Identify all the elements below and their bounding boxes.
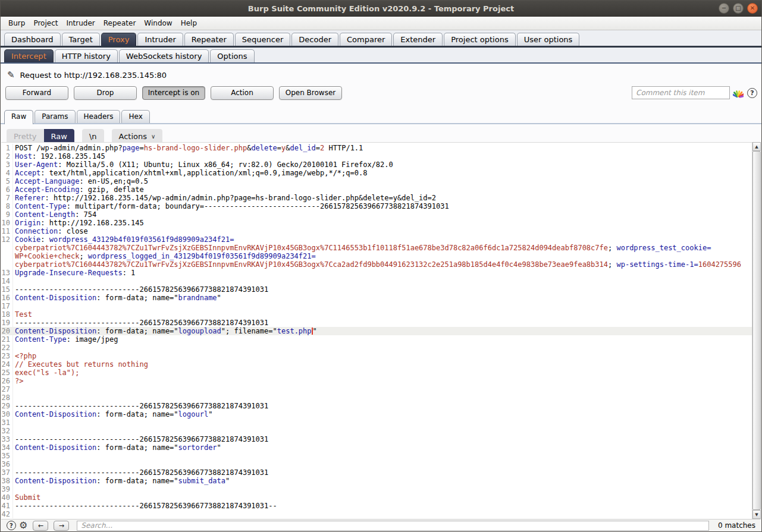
request-line[interactable]: 4Accept: text/html,application/xhtml+xml… [1, 169, 752, 177]
view-tab-raw[interactable]: Raw [4, 110, 33, 124]
request-line[interactable]: cyberpatriot%7C1604443782%7CZu1TwrFvZsjX… [1, 260, 752, 269]
proxy-tab-http-history[interactable]: HTTP history [55, 49, 118, 62]
forward-button[interactable]: Forward [5, 86, 68, 100]
request-line[interactable]: 23<?php [1, 352, 752, 360]
request-line[interactable]: 31 [1, 418, 752, 427]
request-line[interactable]: 7Referer: http://192.168.235.145/wp-admi… [1, 194, 752, 202]
request-line[interactable]: 35 [1, 452, 752, 460]
request-line[interactable]: 34Content-Disposition: form-data; name="… [1, 443, 752, 452]
view-tab-params[interactable]: Params [35, 110, 75, 123]
menu-item-intruder[interactable]: Intruder [62, 19, 99, 27]
help-icon[interactable]: ? [747, 88, 757, 98]
request-line[interactable]: 29-----------------------------266157825… [1, 402, 752, 410]
tab-extender[interactable]: Extender [393, 33, 443, 46]
comment-input[interactable] [632, 86, 730, 99]
proxy-tab-intercept[interactable]: Intercept [4, 49, 54, 62]
menu-item-burp[interactable]: Burp [4, 19, 29, 27]
request-line[interactable]: 15-----------------------------266157825… [1, 285, 752, 294]
gear-icon[interactable]: ⚙ [19, 521, 27, 530]
request-line[interactable]: 22 [1, 344, 752, 352]
request-text-segment: Content-Disposition [15, 477, 96, 485]
tab-intruder[interactable]: Intruder [137, 33, 183, 46]
request-line[interactable]: 1POST /wp-admin/admin.php?page=hs-brand-… [1, 144, 752, 152]
line-number: 10 [1, 219, 13, 227]
request-line[interactable]: 25exec("ls -la"); [1, 369, 752, 377]
drop-button[interactable]: Drop [74, 86, 137, 100]
search-input[interactable] [77, 521, 709, 531]
request-text-segment: : http://192.168.235.145 [40, 219, 143, 227]
tab-target[interactable]: Target [62, 33, 100, 46]
request-line[interactable]: 27 [1, 385, 752, 394]
open-browser-button[interactable]: Open Browser [279, 86, 342, 100]
request-line[interactable]: 3User-Agent: Mozilla/5.0 (X11; Ubuntu; L… [1, 160, 752, 169]
next-match-button[interactable]: → [54, 521, 69, 531]
request-line[interactable]: 42 [1, 510, 752, 518]
request-line[interactable]: 18Test [1, 310, 752, 319]
request-line[interactable]: 13Upgrade-Insecure-Requests: 1 [1, 269, 752, 277]
request-line[interactable]: 37-----------------------------266157825… [1, 468, 752, 477]
previous-match-button[interactable]: ← [33, 521, 48, 531]
request-line[interactable]: 8Content-Type: multipart/form-data; boun… [1, 202, 752, 210]
request-line[interactable]: WP+Cookie+check; wordpress_logged_in_431… [1, 252, 752, 260]
request-line[interactable]: 39 [1, 485, 752, 493]
intercept-is-on-button[interactable]: Intercept is on [142, 86, 205, 100]
request-line[interactable]: 10Origin: http://192.168.235.145 [1, 219, 752, 227]
request-text-segment: Content-Disposition [15, 410, 96, 418]
scrollbar-thumb[interactable] [752, 151, 761, 510]
request-line[interactable]: 12Cookie: wordpress_43129b4f019f03561f9d… [1, 235, 752, 244]
view-tab-headers[interactable]: Headers [77, 110, 121, 123]
request-line[interactable]: 2Host: 192.168.235.145 [1, 152, 752, 160]
request-text-segment: Origin [15, 219, 40, 227]
request-text-segment: "; filename=" [221, 327, 277, 335]
request-text-segment: -----------------------------26615782563… [15, 502, 277, 510]
raw-request-editor[interactable]: 1POST /wp-admin/admin.php?page=hs-brand-… [1, 142, 752, 519]
request-line[interactable]: 20Content-Disposition: form-data; name="… [1, 327, 752, 335]
request-line-text: -----------------------------26615782563… [13, 319, 268, 327]
tab-proxy[interactable]: Proxy [101, 33, 137, 46]
request-line[interactable]: 6Accept-Encoding: gzip, deflate [1, 185, 752, 194]
tab-comparer[interactable]: Comparer [340, 33, 392, 46]
request-line[interactable]: cyberpatriot%7C1604443782%7CZu1TwrFvZsjX… [1, 244, 752, 252]
minimize-button[interactable]: − [719, 3, 729, 14]
request-line[interactable]: 24// Executes but returns nothing [1, 360, 752, 369]
request-line[interactable]: 9Content-Length: 754 [1, 210, 752, 219]
view-tab-hex[interactable]: Hex [121, 110, 149, 123]
highlight-color-icon[interactable] [733, 88, 744, 99]
request-line[interactable]: 33-----------------------------266157825… [1, 435, 752, 443]
request-line[interactable]: 26?> [1, 377, 752, 385]
tab-repeater[interactable]: Repeater [184, 33, 234, 46]
request-line[interactable]: 36 [1, 460, 752, 468]
close-button[interactable]: ✕ [747, 3, 758, 14]
menu-item-help[interactable]: Help [177, 19, 201, 27]
scroll-up-icon[interactable]: ▲ [752, 142, 761, 151]
request-line[interactable]: 38Content-Disposition: form-data; name="… [1, 477, 752, 485]
request-line[interactable]: 32 [1, 427, 752, 435]
scroll-down-icon[interactable]: ▼ [752, 510, 761, 519]
search-help-icon[interactable]: ? [7, 521, 16, 530]
maximize-button[interactable]: □ [733, 3, 744, 14]
request-line[interactable]: 21Content-Type: image/jpeg [1, 335, 752, 344]
request-line[interactable]: 28 [1, 394, 752, 402]
request-line[interactable]: 17 [1, 302, 752, 310]
proxy-tab-options[interactable]: Options [210, 49, 254, 62]
menu-item-project[interactable]: Project [29, 19, 62, 27]
request-line[interactable]: 41-----------------------------266157825… [1, 502, 752, 510]
tab-decoder[interactable]: Decoder [291, 33, 338, 46]
editor-scrollbar[interactable]: ▲ ▼ [752, 142, 761, 519]
request-line[interactable]: 5Accept-Language: en-US,en;q=0.5 [1, 177, 752, 185]
tab-project-options[interactable]: Project options [444, 33, 516, 46]
request-line[interactable]: 14 [1, 277, 752, 285]
request-line[interactable]: 40Submit [1, 493, 752, 502]
tab-user-options[interactable]: User options [517, 33, 580, 46]
menu-item-window[interactable]: Window [140, 19, 176, 27]
action-button[interactable]: Action [211, 86, 274, 100]
request-line[interactable]: 30Content-Disposition: form-data; name="… [1, 410, 752, 418]
request-line[interactable]: 11Connection: close [1, 227, 752, 235]
request-text-segment: = [316, 144, 320, 152]
proxy-tab-websockets-history[interactable]: WebSockets history [119, 49, 209, 62]
tab-sequencer[interactable]: Sequencer [235, 33, 290, 46]
request-line[interactable]: 19-----------------------------266157825… [1, 319, 752, 327]
request-line[interactable]: 16Content-Disposition: form-data; name="… [1, 294, 752, 302]
tab-dashboard[interactable]: Dashboard [4, 33, 61, 46]
menu-item-repeater[interactable]: Repeater [99, 19, 140, 27]
